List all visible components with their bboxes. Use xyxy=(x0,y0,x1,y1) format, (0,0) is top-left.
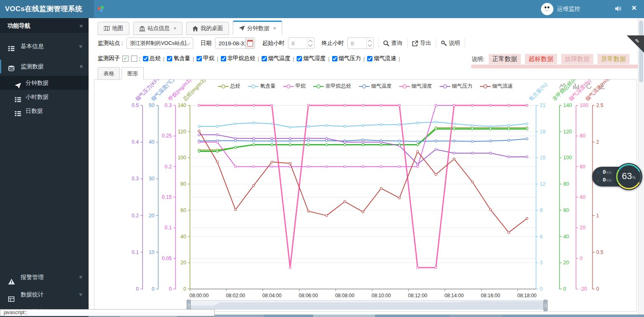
factor-item-2[interactable]: 甲烷| xyxy=(197,55,218,62)
y-tick-label: 80 xyxy=(563,181,569,187)
sidebar-item-statistics[interactable]: 数据统计 » xyxy=(0,286,89,303)
tab-label: 地图 xyxy=(112,22,123,35)
sidebar-item-basic-info[interactable]: 基本信息 » xyxy=(0,40,89,53)
y-tick-label: 20 xyxy=(149,213,155,219)
legend-item-2[interactable]: 甲烷 xyxy=(283,83,306,90)
legend-label: 总烃 xyxy=(230,83,241,90)
sidebar-title: 功能导航 « xyxy=(0,18,89,33)
factor-item-5[interactable]: 烟气湿度| xyxy=(297,55,330,62)
legend-item-5[interactable]: 烟气湿度 xyxy=(399,83,432,90)
legend-item-1[interactable]: 氧含量 xyxy=(248,83,276,90)
sidebar-subitem-hour-data[interactable]: 小时数据 xyxy=(0,90,89,104)
line-chart-icon[interactable] xyxy=(559,83,566,90)
factor-item-3[interactable]: 非甲烷总烃| xyxy=(221,55,259,62)
legend-item-4[interactable]: 烟气温度 xyxy=(359,83,392,90)
speaker-icon[interactable] xyxy=(615,5,622,13)
datazoom-right-handle[interactable] xyxy=(543,300,548,311)
y-tick-label: 0 xyxy=(183,286,186,292)
factor-item-4[interactable]: 烟气温度| xyxy=(262,55,295,62)
factor-checkbox[interactable] xyxy=(197,56,202,61)
view-tabbar: 表格 图形 xyxy=(98,67,144,80)
factor-item-7[interactable]: 烟气流速| xyxy=(367,55,400,62)
query-button[interactable]: 查询 xyxy=(383,40,403,47)
factor-label: 非甲烷总烃 xyxy=(227,55,255,62)
legend-item-6[interactable]: 烟气压力 xyxy=(440,83,473,90)
factor-label: 总烃 xyxy=(150,55,161,62)
status-tooltip: javascript:; xyxy=(0,309,215,316)
restore-icon[interactable] xyxy=(585,83,592,90)
sidebar-subitem-label: 分钟数据 xyxy=(26,79,49,86)
factor-item-6[interactable]: 烟气压力| xyxy=(332,55,365,62)
legend-item-7[interactable]: 烟气流速 xyxy=(480,83,513,90)
tab-minute-data[interactable]: 分钟数据 × xyxy=(233,21,282,35)
avatar[interactable] xyxy=(541,3,553,15)
y-tick-label: 12 xyxy=(540,181,546,187)
factor-item-1[interactable]: 氧含量| xyxy=(167,55,194,62)
tab-close-icon[interactable]: × xyxy=(173,22,176,35)
select-all-checkbox[interactable]: ✓ xyxy=(122,56,129,62)
y-tick-label: 100 xyxy=(580,103,588,108)
factor-checkbox[interactable] xyxy=(332,56,337,61)
y-tick-label: 0.2 xyxy=(132,213,139,219)
factor-checkbox[interactable] xyxy=(367,56,372,61)
tab-table-view[interactable]: 表格 xyxy=(98,67,120,80)
y-tick-label: 40 xyxy=(563,234,569,240)
tab-chart-view[interactable]: 图形 xyxy=(122,67,144,80)
legend-item-3[interactable]: 非甲烷总烃 xyxy=(313,83,351,90)
calendar-button[interactable] xyxy=(245,38,255,49)
end-hour-stepper[interactable]: 8 xyxy=(347,37,374,49)
datazoom-slider[interactable] xyxy=(188,300,546,310)
tab-map[interactable]: 地图 xyxy=(98,22,129,35)
chevron-down-icon: » xyxy=(80,40,83,53)
chevron-down-icon[interactable] xyxy=(308,43,312,47)
chart-legend: 总烃氧含量甲烷非甲烷总烃烟气温度烟气湿度烟气压力烟气流速 xyxy=(218,83,513,90)
help-button[interactable]: 说明 xyxy=(441,40,460,47)
factor-checkbox[interactable] xyxy=(297,56,302,61)
tab-label: 站点信息 xyxy=(148,22,170,35)
y-tick-label: 140 xyxy=(178,103,186,108)
factor-checkbox[interactable] xyxy=(221,56,226,61)
chevron-down-icon[interactable] xyxy=(368,43,372,47)
station-select[interactable]: 浙江浙邦制药VOCs站点 xyxy=(126,37,193,49)
select-none-checkbox[interactable] xyxy=(131,56,137,62)
y-tick-label: 0.15 xyxy=(162,194,172,200)
chart-panel: 总烃氧含量甲烷非甲烷总烃烟气温度烟气湿度烟气压力烟气流速 08:00:0008:… xyxy=(94,79,637,312)
series-line-烟气流速 xyxy=(199,131,527,232)
sidebar-item-alarm[interactable]: 报警管理 » xyxy=(0,268,89,286)
tab-my-desktop[interactable]: 我的桌面 xyxy=(186,22,229,35)
factor-item-0[interactable]: 总烃| xyxy=(143,55,165,62)
factor-checkbox[interactable] xyxy=(167,56,172,61)
stepper-arrows[interactable] xyxy=(307,38,314,49)
save-image-icon[interactable] xyxy=(599,83,606,90)
date-input[interactable]: 2019-08-31 xyxy=(215,37,255,49)
percent-value: 63 xyxy=(622,171,632,181)
home-icon xyxy=(192,26,198,31)
sidebar-subitem-day-data[interactable]: 日数据 xyxy=(0,104,89,118)
close-icon[interactable]: × xyxy=(632,3,637,13)
y-tick-label: 0 xyxy=(596,286,599,292)
y-tick-label: 15 xyxy=(540,155,546,161)
legend-label: 非甲烷总烃 xyxy=(326,83,351,90)
export-button[interactable]: 导出 xyxy=(412,40,431,47)
legend-item-0[interactable]: 总烃 xyxy=(218,83,241,90)
bank-icon xyxy=(139,26,145,31)
query-label: 查询 xyxy=(391,40,403,47)
y-tick-label: 0.05 xyxy=(162,256,172,261)
tab-close-icon[interactable]: × xyxy=(273,22,276,35)
sidebar-subitem-minute-data[interactable]: 分钟数据 xyxy=(0,76,89,90)
start-hour-stepper[interactable]: 8 xyxy=(288,37,314,49)
factor-checkbox[interactable] xyxy=(262,56,267,61)
sidebar-item-monitor-data[interactable]: 监测数据 » xyxy=(0,60,89,73)
factor-checkbox[interactable] xyxy=(143,56,148,61)
y-tick-label: 120 xyxy=(563,129,572,135)
y-tick-label: 0 xyxy=(563,286,566,292)
y-tick-label: 0 xyxy=(580,256,583,261)
bar-chart-icon[interactable] xyxy=(572,83,579,90)
stepper-arrows[interactable] xyxy=(366,38,373,49)
user-name[interactable]: 运维监控 xyxy=(557,5,580,13)
line-chart[interactable]: 08:00:0008:02:0008:04:0008:06:0008:08:00… xyxy=(94,79,636,311)
sidebar-collapse-icon[interactable]: « xyxy=(80,18,83,33)
tab-station-info[interactable]: 站点信息 × xyxy=(133,22,183,35)
factor-label: 监测因子 xyxy=(98,55,120,62)
start-hour-value: 8 xyxy=(292,40,295,47)
